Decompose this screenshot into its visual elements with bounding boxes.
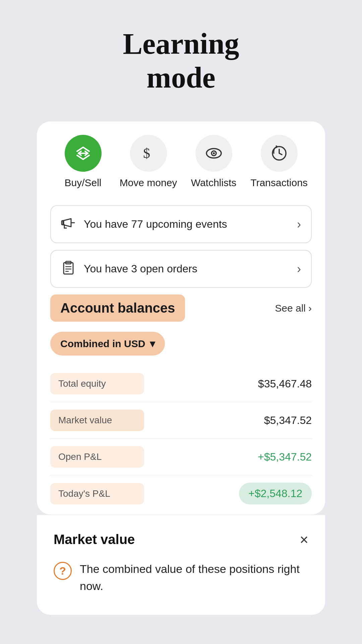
events-notification[interactable]: You have 77 upcoming events › xyxy=(50,205,312,243)
bottom-panel-description: The combined value of these positions ri… xyxy=(80,560,308,595)
bottom-panel-header: Market value × xyxy=(54,532,308,547)
total-equity-label: Total equity xyxy=(50,373,144,394)
orders-text: You have 3 open orders xyxy=(84,263,297,275)
events-text: You have 77 upcoming events xyxy=(84,218,297,230)
market-value-value: $5,347.52 xyxy=(264,414,312,427)
buy-sell-icon xyxy=(65,135,102,172)
quick-actions-row: Buy/Sell $ Move money Watchlists xyxy=(50,135,312,189)
action-buy-sell[interactable]: Buy/Sell xyxy=(50,135,116,189)
market-value-label: Market value xyxy=(50,410,144,431)
dropdown-arrow-icon: ▾ xyxy=(150,338,155,350)
action-transactions[interactable]: Transactions xyxy=(246,135,312,189)
bottom-panel: Market value × ? The combined value of t… xyxy=(37,515,325,615)
main-card: Buy/Sell $ Move money Watchlists xyxy=(37,121,325,515)
events-chevron: › xyxy=(297,217,301,231)
see-all-link[interactable]: See all › xyxy=(275,303,312,314)
orders-chevron: › xyxy=(297,262,301,276)
watchlists-icon xyxy=(195,135,232,172)
todays-pl-row: Today's P&L +$2,548.12 xyxy=(50,475,312,515)
action-watchlists[interactable]: Watchlists xyxy=(181,135,246,189)
total-equity-row: Total equity $35,467.48 xyxy=(50,366,312,402)
open-pl-label: Open P&L xyxy=(50,446,144,468)
transactions-label: Transactions xyxy=(250,177,308,189)
bottom-panel-content: ? The combined value of these positions … xyxy=(54,560,308,595)
currency-label: Combined in USD xyxy=(60,338,145,350)
buy-sell-label: Buy/Sell xyxy=(64,177,101,189)
action-move-money[interactable]: $ Move money xyxy=(116,135,181,189)
open-pl-row: Open P&L +$5,347.52 xyxy=(50,439,312,475)
close-button[interactable]: × xyxy=(300,532,308,547)
market-value-row: Market value $5,347.52 xyxy=(50,402,312,439)
move-money-label: Move money xyxy=(120,177,177,189)
move-money-icon: $ xyxy=(130,135,167,172)
svg-text:$: $ xyxy=(143,146,150,161)
orders-notification[interactable]: You have 3 open orders › xyxy=(50,250,312,288)
watchlists-label: Watchlists xyxy=(191,177,237,189)
clipboard-icon xyxy=(61,260,76,278)
todays-pl-value: +$2,548.12 xyxy=(239,483,312,504)
todays-pl-label: Today's P&L xyxy=(50,483,144,504)
account-balances-header: Account balances See all › xyxy=(50,294,312,322)
help-icon: ? xyxy=(54,562,72,580)
svg-point-4 xyxy=(213,152,215,154)
page-title: Learning mode xyxy=(123,27,239,95)
open-pl-value: +$5,347.52 xyxy=(258,451,312,463)
megaphone-icon xyxy=(61,215,76,233)
currency-dropdown[interactable]: Combined in USD ▾ xyxy=(50,332,165,356)
transactions-icon xyxy=(261,135,298,172)
account-balances-title: Account balances xyxy=(50,294,185,322)
bottom-panel-title: Market value xyxy=(54,532,135,547)
total-equity-value: $35,467.48 xyxy=(258,378,312,390)
